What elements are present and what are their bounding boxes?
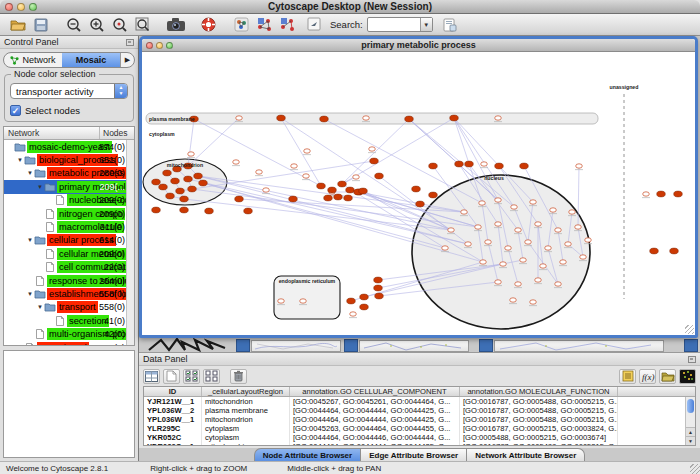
function-builder-icon[interactable]: f(x) [639,369,656,384]
network-node[interactable] [359,188,368,194]
zoom-out-icon[interactable] [64,16,83,34]
network-node[interactable] [535,278,542,282]
network-node[interactable] [461,210,468,214]
network-node[interactable] [205,208,214,214]
network-node[interactable] [346,187,355,193]
region-nucleus[interactable] [412,175,590,329]
table-row[interactable]: YJR121W__1mitochondrion[GO:0045267, GO:0… [144,397,695,406]
network-node[interactable] [291,164,298,168]
network-node[interactable] [520,163,529,169]
tree-row[interactable]: ▼transport558(0) [4,301,134,314]
network-graph[interactable]: plasma membranecytoplasmmitochondrionnuc… [142,52,695,335]
network-node[interactable] [585,238,592,242]
network-node[interactable] [360,294,369,300]
window-resize-grip[interactable] [685,325,694,334]
network-node[interactable] [657,191,666,197]
table-row[interactable]: YKR052Ccytoplasm[GO:0044464, GO:0044446,… [144,433,695,442]
network-node[interactable] [674,191,683,197]
table-column-header[interactable]: annotation.GO CELLULAR_COMPONENT [290,387,460,396]
network-node[interactable] [450,115,459,121]
new-attribute-icon[interactable] [163,369,180,384]
network-node[interactable] [481,162,488,166]
network-node[interactable] [643,192,650,196]
network-node[interactable] [511,205,518,209]
network-node[interactable] [569,210,576,214]
network-node[interactable] [235,196,244,202]
table-column-header[interactable]: annotation.GO MOLECULAR_FUNCTION [460,387,618,396]
disclosure-triangle-icon[interactable]: ▼ [36,304,44,310]
table-row[interactable]: YLR295Ccytoplasm[GO:0045263, GO:0044464,… [144,424,695,433]
network-node[interactable] [347,298,356,304]
network-node[interactable] [412,186,421,192]
network-node[interactable] [199,180,208,186]
network-node[interactable] [300,299,307,303]
network-node[interactable] [495,163,504,169]
network-node[interactable] [184,176,193,182]
network-node[interactable] [304,149,311,153]
network-node[interactable] [236,116,243,120]
select-nodes-checkbox[interactable]: ✓ [10,105,21,116]
network-node[interactable] [163,170,172,176]
table-row[interactable]: YPL036W__2plasma membrane[GO:0044464, GO… [144,406,695,415]
select-attributes-icon[interactable] [143,369,160,384]
network-edge[interactable] [342,118,454,184]
birdseye-view[interactable] [3,350,135,458]
network-node[interactable] [263,188,270,192]
tree-row[interactable]: ▼biological_process651(0) [4,153,134,166]
network-node[interactable] [495,198,502,202]
tab-mosaic[interactable]: Mosaic [62,53,120,67]
save-icon[interactable] [31,16,50,34]
network-node[interactable] [278,299,285,303]
tree-row[interactable]: response to stimulu264(0) [4,274,134,287]
network-node[interactable] [442,246,449,250]
network-node[interactable] [344,195,353,201]
network-node[interactable] [324,195,333,201]
network-node[interactable] [510,298,517,302]
network-node[interactable] [650,248,659,254]
zoom-in-icon[interactable] [87,16,106,34]
network-node[interactable] [545,246,552,250]
import-attributes-icon[interactable] [659,369,676,384]
network-from-selected-selected-edges-icon[interactable] [278,16,297,34]
background-window-titlebar[interactable] [479,339,493,352]
tree-row[interactable]: ▼establishment of lo558(0) [4,287,134,300]
network-node[interactable] [540,264,547,268]
search-config-icon[interactable] [441,16,460,34]
node-color-dropdown[interactable]: transporter activity ▲▼ [10,83,128,99]
tree-row[interactable]: multi-organism pro42(0) [4,327,134,340]
network-node[interactable] [465,161,474,167]
search-input[interactable] [368,18,420,31]
network-node[interactable] [555,228,562,232]
table-column-header[interactable]: _cellularLayoutRegion [202,387,290,396]
tree-row[interactable]: nitrogen compo209(0) [4,207,134,220]
select-all-attributes-icon[interactable] [183,369,200,384]
tab-node-attribute-browser[interactable]: Node Attribute Browser [254,448,361,461]
network-node[interactable] [338,181,347,187]
network-node[interactable] [180,207,189,213]
network-node[interactable] [515,282,522,286]
network-node[interactable] [152,207,161,213]
help-icon[interactable] [199,16,218,34]
network-node[interactable] [159,184,168,190]
tree-row[interactable]: cellular metabol209(0) [4,247,134,260]
attribute-matrix-icon[interactable] [679,369,696,384]
background-window-titlebar[interactable] [684,339,698,352]
network-edge[interactable] [188,118,239,166]
tree-row[interactable]: cell communicat22(0) [4,261,134,274]
region-plasma-membrane[interactable] [146,113,598,124]
network-node[interactable] [560,260,567,264]
network-node[interactable] [256,170,263,174]
network-node[interactable] [475,225,482,229]
network-node[interactable] [317,183,326,189]
disclosure-triangle-icon[interactable]: ▼ [36,184,44,190]
network-node[interactable] [429,192,438,198]
network-node[interactable] [360,304,369,310]
network-node[interactable] [670,248,679,254]
tree-row[interactable]: secretion41(0) [4,314,134,327]
network-node[interactable] [180,196,189,202]
background-window-titlebar[interactable] [236,339,250,352]
network-node[interactable] [565,242,572,246]
network-node[interactable] [166,193,175,199]
window-titlebar[interactable]: Cytoscape Desktop (New Session) [0,0,700,14]
network-node[interactable] [289,196,298,202]
